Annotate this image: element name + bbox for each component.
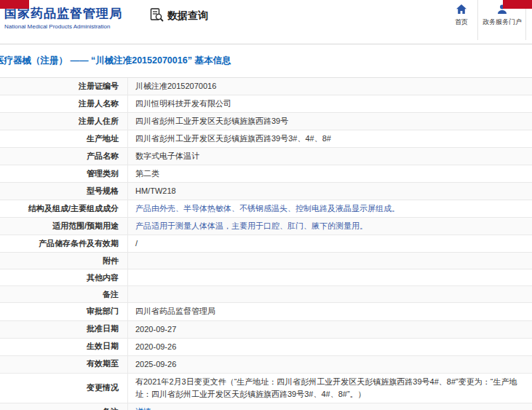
nav-home[interactable]: 首页	[445, 4, 477, 27]
title-bar: 医疗器械（注册） —— “川械注准20152070016” 基本信息	[0, 44, 532, 77]
agency-name-en: National Medical Products Administration	[4, 23, 122, 30]
table-row: 注册人名称四川恒明科技开发有限公司	[0, 95, 532, 113]
nav-separator	[477, 0, 478, 40]
table-row: 批准日期2020-09-27	[0, 321, 532, 339]
row-value: 四川省彭州工业开发区天彭镇旌旗西路39号3#、4#、8#	[128, 130, 532, 147]
row-label: 审批部门	[0, 303, 128, 320]
row-value: 四川恒明科技开发有限公司	[128, 95, 532, 112]
row-label: 型号规格	[0, 183, 128, 200]
row-label: 生效日期	[0, 339, 128, 355]
row-label: 生产地址	[0, 130, 128, 147]
table-row: 变更情况有2021年2月3日变更文件（“生产地址：四川省彭州工业开发区天彭镇旌旗…	[0, 374, 532, 403]
table-row: 生产地址四川省彭州工业开发区天彭镇旌旗西路39号3#、4#、8#	[0, 130, 532, 148]
row-label: 有效期至	[0, 356, 128, 373]
data-query-heading: 数据查询	[149, 7, 208, 25]
row-label: 附件	[0, 253, 128, 269]
table-row: 备注	[0, 286, 532, 303]
table-row: 注册证编号川械注准20152070016	[0, 78, 532, 95]
top-left-red-decoration	[0, 0, 29, 9]
row-value: 第二类	[128, 165, 532, 182]
detail-link[interactable]: 详情	[135, 406, 151, 410]
row-label: 注册证编号	[0, 78, 128, 95]
row-value: 2020-09-26	[128, 339, 532, 355]
table-row: 备注详情	[0, 403, 532, 410]
row-label: 适用范围/预期用途	[0, 218, 128, 234]
page-title: 医疗器械（注册） —— “川械注准20152070016” 基本信息	[0, 55, 231, 67]
table-row: 管理类别第二类	[0, 165, 532, 183]
row-label: 备注	[0, 403, 128, 410]
row-label: 备注	[0, 286, 128, 302]
table-row: 注册人住所四川省彭州工业开发区天彭镇旌旗西路39号	[0, 113, 532, 130]
row-value: 四川省彭州工业开发区天彭镇旌旗西路39号	[128, 113, 532, 130]
info-table: 注册证编号川械注准20152070016注册人名称四川恒明科技开发有限公司注册人…	[0, 77, 532, 410]
row-value: 详情	[128, 403, 532, 410]
row-label: 变更情况	[0, 374, 128, 403]
nav-home-label: 首页	[445, 17, 477, 27]
table-row: 产品名称数字式电子体温计	[0, 148, 532, 165]
row-value: 川械注准20152070016	[128, 78, 532, 95]
row-value: 2020-09-27	[128, 321, 532, 338]
table-row: 其他内容	[0, 269, 532, 286]
row-value: 产品由外壳、半导体热敏体、不锈钢感温头、控制电路及液晶显示屏组成。	[128, 200, 532, 217]
home-icon	[445, 4, 477, 15]
table-row: 生效日期2020-09-26	[0, 339, 532, 356]
table-row: 附件	[0, 253, 532, 269]
table-row: 产品储存条件及有效期/	[0, 235, 532, 253]
data-query-label: 数据查询	[167, 9, 208, 23]
row-label: 结构及组成/主要组成成分	[0, 200, 128, 217]
row-value	[128, 286, 532, 302]
document-search-icon	[149, 7, 164, 25]
nav-portal-label: 政务服务门户	[482, 17, 523, 27]
row-label: 注册人名称	[0, 95, 128, 112]
row-label: 其他内容	[0, 269, 128, 285]
row-value: 产品适用于测量人体体温，主要用于口腔、肛门、腋下的测量用。	[128, 218, 532, 234]
row-value: HM/TW218	[128, 183, 532, 200]
top-right-red-decoration	[503, 0, 532, 9]
row-value: 2025-09-26	[128, 356, 532, 373]
row-value	[128, 253, 532, 269]
table-row: 结构及组成/主要组成成分产品由外壳、半导体热敏体、不锈钢感温头、控制电路及液晶显…	[0, 200, 532, 218]
row-label: 产品名称	[0, 148, 128, 165]
site-header: 国家药品监督管理局 National Medical Products Admi…	[0, 0, 532, 44]
table-row: 有效期至2025-09-26	[0, 356, 532, 374]
table-row: 适用范围/预期用途产品适用于测量人体体温，主要用于口腔、肛门、腋下的测量用。	[0, 218, 532, 235]
row-value: 有2021年2月3日变更文件（“生产地址：四川省彭州工业开发区天彭镇旌旗西路39…	[128, 374, 532, 403]
row-value	[128, 269, 532, 285]
row-label: 注册人住所	[0, 113, 128, 130]
row-label: 管理类别	[0, 165, 128, 182]
row-value: 数字式电子体温计	[128, 148, 532, 165]
agency-logo[interactable]: 国家药品监督管理局 National Medical Products Admi…	[4, 5, 122, 30]
table-row: 审批部门四川省药品监督管理局	[0, 303, 532, 320]
table-row: 型号规格HM/TW218	[0, 183, 532, 200]
row-label: 产品储存条件及有效期	[0, 235, 128, 252]
row-value: /	[128, 235, 532, 252]
row-value: 四川省药品监督管理局	[128, 303, 532, 320]
row-label: 批准日期	[0, 321, 128, 338]
